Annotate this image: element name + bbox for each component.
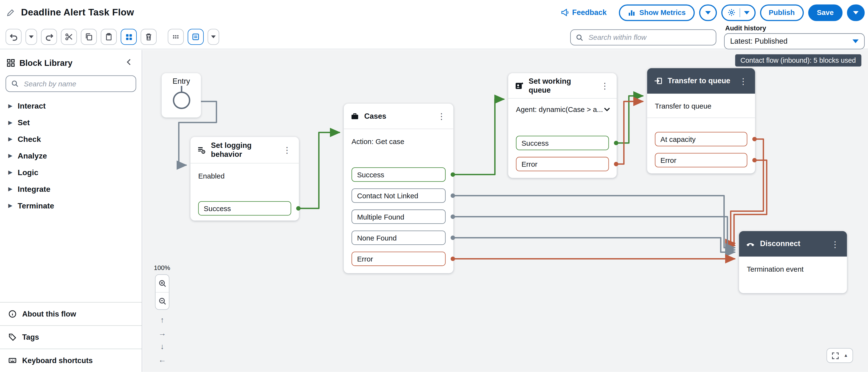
connector-dot[interactable]: [752, 137, 757, 141]
block-menu-icon[interactable]: ⋮: [282, 146, 292, 154]
block-menu-icon[interactable]: ⋮: [830, 240, 840, 248]
button-divider: [739, 8, 740, 17]
block-cases[interactable]: Cases ⋮ Action: Get case Success Contact…: [344, 104, 454, 273]
tags-link[interactable]: Tags: [0, 325, 142, 348]
port-success[interactable]: Success: [516, 136, 609, 150]
category-terminate[interactable]: ▶Terminate: [0, 197, 142, 214]
port-label: Error: [357, 255, 373, 263]
category-check[interactable]: ▶Check: [0, 131, 142, 147]
show-metrics-dropdown-button[interactable]: [699, 4, 717, 21]
connector-dot[interactable]: [451, 172, 455, 177]
collapse-panel-icon[interactable]: [125, 57, 134, 69]
grid-view-button[interactable]: [121, 29, 137, 45]
save-button[interactable]: Save: [808, 4, 842, 21]
footer-label: About this flow: [22, 310, 76, 318]
connector-dot[interactable]: [451, 194, 455, 198]
zoom-in-button[interactable]: [156, 275, 169, 292]
connector-dot[interactable]: [614, 162, 618, 166]
agent-value: Agent: dynamic(Case > a...: [516, 105, 603, 113]
port-none-found[interactable]: None Found: [351, 231, 446, 245]
pan-up-button[interactable]: ↑: [157, 314, 168, 325]
port-error[interactable]: Error: [655, 153, 747, 167]
block-categories: ▶Interact ▶Set ▶Check ▶Analyze ▶Logic ▶I…: [0, 97, 142, 214]
port-label: Error: [522, 160, 537, 168]
flow-search-input[interactable]: [587, 33, 711, 42]
undo-dropdown-button[interactable]: [26, 29, 37, 45]
block-search-input[interactable]: [23, 79, 131, 88]
fit-view-icon: [832, 352, 839, 360]
block-library-header: Block Library: [0, 50, 142, 72]
block-disconnect[interactable]: Disconnect ⋮ Termination event: [739, 231, 847, 293]
port-success[interactable]: Success: [198, 201, 291, 216]
connector-dot[interactable]: [296, 206, 301, 210]
block-header: Set logging behavior ⋮: [190, 137, 299, 163]
category-set[interactable]: ▶Set: [0, 114, 142, 131]
category-analyze[interactable]: ▶Analyze: [0, 147, 142, 164]
port-contact-not-linked[interactable]: Contact Not Linked: [351, 189, 446, 203]
settings-button[interactable]: [721, 4, 755, 21]
audit-history-label: Audit history: [725, 24, 865, 32]
copy-icon[interactable]: [81, 29, 97, 45]
block-title: Disconnect: [760, 239, 800, 248]
undo-button[interactable]: [5, 29, 22, 45]
category-logic[interactable]: ▶Logic: [0, 164, 142, 181]
agent-dropdown[interactable]: Agent: dynamic(Case > a...: [516, 105, 610, 113]
category-label: Set: [18, 118, 30, 127]
zoom-controls: [155, 274, 169, 310]
block-menu-icon[interactable]: ⋮: [436, 112, 447, 120]
block-search[interactable]: [5, 75, 136, 92]
publish-button[interactable]: Publish: [760, 4, 803, 21]
wire-queue-success-to-transfer: [617, 96, 643, 143]
minimap-toggle[interactable]: ▲: [827, 348, 853, 363]
entry-start-icon[interactable]: [171, 86, 192, 111]
edit-title-icon[interactable]: [7, 9, 14, 17]
pan-left-button[interactable]: ←: [157, 354, 168, 365]
footer-label: Keyboard shortcuts: [22, 356, 93, 365]
save-dropdown-button[interactable]: [847, 4, 865, 21]
chevron-right-icon: ▶: [8, 120, 12, 125]
block-menu-icon[interactable]: ⋮: [599, 82, 610, 90]
port-success[interactable]: Success: [351, 167, 446, 182]
connector-dot[interactable]: [451, 235, 455, 240]
connector-dot[interactable]: [451, 257, 455, 261]
zoom-out-button[interactable]: [156, 292, 169, 309]
notes-dropdown-button[interactable]: [208, 29, 219, 45]
cut-icon[interactable]: [61, 29, 77, 45]
port-at-capacity[interactable]: At capacity: [655, 132, 747, 146]
port-label: Contact Not Linked: [357, 192, 418, 200]
redo-button[interactable]: [41, 29, 57, 45]
category-integrate[interactable]: ▶Integrate: [0, 181, 142, 197]
pan-right-button[interactable]: →: [157, 327, 168, 339]
pan-down-button[interactable]: ↓: [157, 340, 168, 352]
port-label: None Found: [357, 233, 397, 242]
about-this-flow-link[interactable]: About this flow: [0, 302, 142, 325]
category-label: Logic: [18, 168, 38, 177]
flow-search[interactable]: [570, 29, 716, 46]
feedback-link[interactable]: Feedback: [560, 8, 607, 17]
drag-dots-icon[interactable]: [168, 29, 184, 45]
keyboard-shortcuts-link[interactable]: Keyboard shortcuts: [0, 349, 142, 372]
show-metrics-button[interactable]: Show Metrics: [619, 4, 694, 21]
block-entry[interactable]: Entry: [162, 73, 201, 117]
port-multiple-found[interactable]: Multiple Found: [351, 209, 446, 224]
flow-canvas[interactable]: Contact flow (inbound): 5 blocks used En…: [143, 50, 868, 372]
category-label: Terminate: [18, 201, 54, 210]
trash-icon[interactable]: [141, 29, 157, 45]
port-label: Error: [660, 156, 676, 164]
connector-dot[interactable]: [451, 214, 455, 219]
audit-history-select[interactable]: Latest: Published: [724, 33, 865, 50]
block-menu-icon[interactable]: ⋮: [738, 77, 748, 85]
flow-editor: Deadline Alert Task Flow Feedback Show M…: [0, 0, 868, 372]
caret-up-icon: ▲: [844, 353, 848, 358]
notes-button[interactable]: [188, 29, 204, 45]
port-error[interactable]: Error: [351, 252, 446, 266]
connector-dot[interactable]: [752, 158, 757, 162]
paste-icon[interactable]: [101, 29, 117, 45]
block-set-working-queue[interactable]: Set working queue ⋮ Agent: dynamic(Case …: [508, 73, 617, 178]
block-set-logging-behavior[interactable]: Set logging behavior ⋮ Enabled Success: [190, 137, 299, 221]
port-error[interactable]: Error: [516, 157, 609, 171]
connector-dot[interactable]: [614, 141, 618, 145]
category-label: Interact: [18, 101, 45, 110]
category-interact[interactable]: ▶Interact: [0, 97, 142, 114]
block-transfer-to-queue[interactable]: Transfer to queue ⋮ Transfer to queue At…: [647, 68, 755, 173]
